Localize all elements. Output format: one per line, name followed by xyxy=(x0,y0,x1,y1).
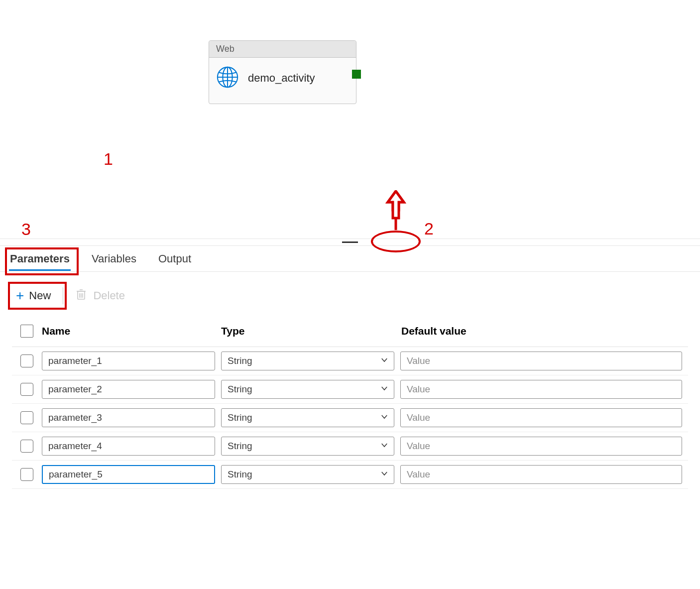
activity-node[interactable]: Web demo_activity xyxy=(209,40,356,104)
chevron-down-icon xyxy=(380,384,389,395)
param-name-input[interactable] xyxy=(42,465,215,484)
header-name: Name xyxy=(42,325,221,337)
resize-handle-icon xyxy=(342,241,358,243)
chevron-down-icon xyxy=(380,441,389,452)
delete-button-label: Delete xyxy=(93,289,125,302)
trash-icon xyxy=(75,288,93,303)
row-checkbox[interactable] xyxy=(20,468,33,481)
param-type-select[interactable]: String xyxy=(221,408,394,427)
param-name-input[interactable] xyxy=(42,352,215,370)
row-checkbox[interactable] xyxy=(20,440,33,453)
table-header-row: Name Type Default value xyxy=(12,319,688,347)
parameters-table: Name Type Default value StringStringStri… xyxy=(12,319,688,489)
annotation-ellipse-resize xyxy=(371,231,421,252)
activity-type-label: Web xyxy=(209,41,356,58)
table-row: String xyxy=(12,347,688,375)
param-default-input[interactable] xyxy=(400,465,682,484)
param-name-input[interactable] xyxy=(42,437,215,456)
chevron-down-icon xyxy=(380,355,389,367)
param-type-select[interactable]: String xyxy=(221,465,394,484)
param-type-value: String xyxy=(228,441,252,452)
detail-tabs: Parameters Variables Output xyxy=(0,246,700,272)
annotation-arrow-up-icon xyxy=(385,190,407,230)
table-row: String xyxy=(12,404,688,432)
globe-icon xyxy=(216,66,248,91)
param-default-input[interactable] xyxy=(400,408,682,427)
header-default: Default value xyxy=(401,325,688,337)
param-type-select[interactable]: String xyxy=(221,380,394,399)
header-type: Type xyxy=(221,325,401,337)
annotation-2: 2 xyxy=(424,219,434,238)
row-checkbox[interactable] xyxy=(20,411,33,424)
panel-resize-bar[interactable] xyxy=(0,238,700,246)
param-default-input[interactable] xyxy=(400,437,682,456)
param-type-value: String xyxy=(228,469,252,480)
param-type-select[interactable]: String xyxy=(221,352,394,370)
param-name-input[interactable] xyxy=(42,380,215,399)
table-row: String xyxy=(12,432,688,461)
tab-output[interactable]: Output xyxy=(157,247,192,270)
param-type-select[interactable]: String xyxy=(221,437,394,456)
param-name-input[interactable] xyxy=(42,408,215,427)
annotation-1: 1 xyxy=(104,149,113,169)
chevron-down-icon xyxy=(380,412,389,424)
row-checkbox[interactable] xyxy=(20,383,33,396)
tab-variables[interactable]: Variables xyxy=(91,247,137,270)
pipeline-canvas[interactable]: Web demo_activity xyxy=(0,0,700,244)
parameters-toolbar: + New Delete xyxy=(0,277,700,314)
param-default-input[interactable] xyxy=(400,352,682,370)
activity-output-port[interactable] xyxy=(352,70,361,79)
annotation-box-parameters-tab xyxy=(5,247,79,275)
param-type-value: String xyxy=(228,355,252,366)
param-type-value: String xyxy=(228,384,252,395)
row-checkbox[interactable] xyxy=(20,354,33,367)
annotation-3: 3 xyxy=(21,220,31,239)
select-all-checkbox[interactable] xyxy=(20,325,33,338)
table-row: String xyxy=(12,461,688,489)
annotation-box-new-button xyxy=(8,282,67,310)
table-row: String xyxy=(12,375,688,404)
chevron-down-icon xyxy=(380,469,389,480)
activity-name: demo_activity xyxy=(248,72,315,85)
param-default-input[interactable] xyxy=(400,380,682,399)
delete-button[interactable]: Delete xyxy=(74,286,126,305)
param-type-value: String xyxy=(228,412,252,423)
